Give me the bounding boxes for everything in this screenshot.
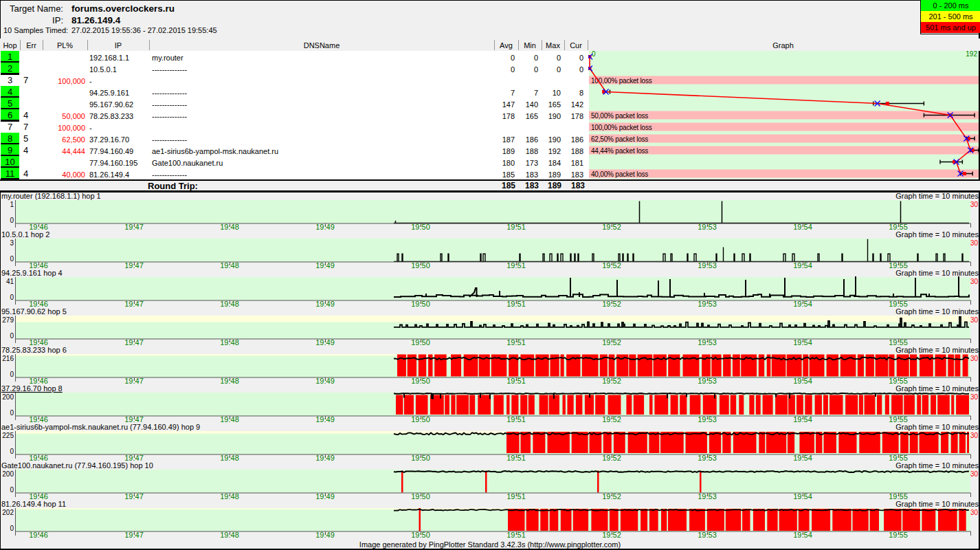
svg-text:10.5.0.1 hop 2: 10.5.0.1 hop 2 (1, 230, 49, 239)
svg-text:19:50: 19:50 (411, 531, 430, 539)
svg-text:0: 0 (10, 409, 14, 417)
svg-text:0: 0 (10, 217, 14, 224)
svg-text:30: 30 (970, 470, 979, 478)
svg-text:my.router (192.168.1.1) hop 1: my.router (192.168.1.1) hop 1 (1, 192, 101, 200)
svg-text:Graph time = 10 minutes: Graph time = 10 minutes (895, 500, 979, 508)
svg-text:78.25.83.233 hop 6: 78.25.83.233 hop 6 (1, 346, 67, 354)
svg-text:30: 30 (970, 432, 979, 439)
svg-text:Graph time = 10 minutes: Graph time = 10 minutes (895, 230, 979, 239)
svg-text:30: 30 (970, 239, 979, 247)
svg-text:Graph time = 10 minutes: Graph time = 10 minutes (895, 461, 979, 470)
svg-text:0: 0 (10, 255, 14, 263)
svg-text:0: 0 (10, 486, 14, 494)
svg-text:Graph time = 10 minutes: Graph time = 10 minutes (895, 384, 979, 393)
svg-text:100,00% packet loss: 100,00% packet loss (591, 124, 652, 131)
svg-text:0: 0 (10, 525, 14, 532)
svg-text:3: 3 (10, 239, 14, 247)
svg-text:30: 30 (970, 316, 979, 324)
svg-text:19:48: 19:48 (220, 531, 239, 539)
svg-text:19:52: 19:52 (602, 531, 621, 539)
svg-text:Graph time = 10 minutes: Graph time = 10 minutes (895, 346, 979, 354)
svg-text:19:54: 19:54 (793, 531, 812, 539)
svg-text:Graph time = 10 minutes: Graph time = 10 minutes (895, 307, 979, 316)
svg-text:0: 0 (10, 332, 14, 340)
svg-text:62,50% packet loss: 62,50% packet loss (591, 135, 648, 143)
svg-text:40,00% packet loss: 40,00% packet loss (591, 170, 648, 178)
svg-text:19:47: 19:47 (124, 531, 144, 539)
svg-text:ae1-sirius6b-yampol-msk.naukan: ae1-sirius6b-yampol-msk.naukanet.ru (77.… (1, 423, 200, 431)
svg-text:Graph time = 10 minutes: Graph time = 10 minutes (895, 192, 979, 200)
svg-text:279: 279 (2, 316, 14, 324)
svg-text:30: 30 (970, 355, 979, 362)
svg-text:30: 30 (970, 278, 979, 285)
svg-text:1: 1 (10, 201, 14, 208)
svg-text:30: 30 (970, 509, 979, 516)
svg-text:Graph time = 10 minutes: Graph time = 10 minutes (895, 269, 979, 277)
svg-text:19:55: 19:55 (889, 531, 908, 539)
svg-text:19:49: 19:49 (315, 531, 335, 539)
svg-text:Graph time = 10 minutes: Graph time = 10 minutes (895, 423, 979, 431)
svg-text:192: 192 (966, 51, 977, 58)
svg-text:200: 200 (2, 470, 14, 478)
svg-text:0: 0 (10, 294, 14, 301)
svg-text:202: 202 (2, 509, 14, 516)
svg-text:225: 225 (2, 432, 14, 439)
svg-text:19:51: 19:51 (506, 531, 526, 539)
svg-text:Gate100.naukanet.ru (77.94.160: Gate100.naukanet.ru (77.94.160.195) hop … (1, 461, 153, 470)
svg-text:37.29.16.70 hop 8: 37.29.16.70 hop 8 (1, 384, 63, 393)
svg-text:94.25.9.161 hop 4: 94.25.9.161 hop 4 (1, 269, 63, 277)
svg-text:44,44% packet loss: 44,44% packet loss (591, 147, 648, 155)
svg-text:41: 41 (6, 278, 14, 285)
svg-text:216: 216 (2, 355, 14, 362)
svg-text:0: 0 (10, 371, 14, 378)
svg-text:81.26.149.4 hop 11: 81.26.149.4 hop 11 (1, 500, 66, 508)
svg-text:19:46: 19:46 (29, 531, 48, 539)
svg-text:19:53: 19:53 (698, 531, 717, 539)
svg-text:30: 30 (970, 201, 979, 208)
svg-text:200: 200 (2, 393, 14, 401)
svg-text:50,00% packet loss: 50,00% packet loss (591, 112, 648, 120)
svg-text:30: 30 (970, 393, 979, 401)
svg-text:0: 0 (10, 448, 14, 455)
svg-text:95.167.90.62 hop 5: 95.167.90.62 hop 5 (1, 307, 67, 316)
